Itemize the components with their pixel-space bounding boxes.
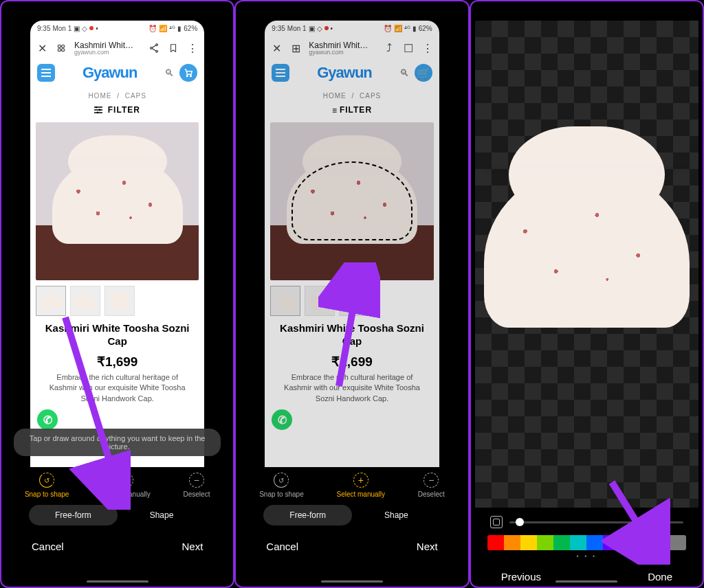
thumbnail[interactable]: [70, 286, 100, 316]
thumbnail[interactable]: [339, 286, 369, 316]
cart-icon[interactable]: [179, 64, 197, 82]
cutout-result[interactable]: [484, 167, 690, 328]
shape-mode-row: Free-form Shape: [1, 499, 233, 531]
wifi-icon: ⁴ᴳ: [169, 25, 175, 32]
thumbnail[interactable]: [104, 286, 135, 316]
crumb-home[interactable]: HOME: [88, 92, 111, 100]
tool-snap-to-shape[interactable]: Snap to shape: [25, 473, 69, 498]
previous-button[interactable]: Previous: [501, 571, 541, 583]
brand-logo[interactable]: Gyawun: [82, 64, 138, 82]
svg-point-4: [156, 44, 158, 46]
product-price: ₹1,699: [30, 348, 204, 372]
done-button[interactable]: Done: [648, 571, 672, 583]
thumbnail[interactable]: [36, 286, 66, 316]
more-icon[interactable]: ⋮: [421, 42, 434, 54]
color-swatch[interactable]: [603, 535, 619, 550]
phone-screen-2: 9:35 Mon 1 ▣◇ • ⏰📶⁴ᴳ▮ 62% ✕ ⊞ Kashmiri W…: [234, 0, 469, 588]
color-swatch[interactable]: [520, 535, 537, 550]
product-image[interactable]: [270, 122, 433, 280]
thumbnail-row: [30, 280, 204, 321]
more-icon[interactable]: ⋮: [186, 42, 199, 54]
menu-icon[interactable]: [272, 64, 289, 82]
close-icon[interactable]: ✕: [36, 42, 48, 54]
svg-point-6: [156, 50, 158, 52]
svg-point-2: [58, 49, 60, 52]
border-width-icon[interactable]: [490, 516, 503, 528]
eyedropper-button[interactable]: [644, 535, 667, 550]
share-icon[interactable]: ⤴: [383, 42, 395, 54]
filter-icon: [94, 106, 102, 115]
phone-screen-3: • • • Previous Done: [470, 0, 704, 588]
notif-icon: ◇: [82, 25, 87, 32]
tool-deselect[interactable]: Deselect: [184, 473, 210, 498]
crumb-category[interactable]: CAPS: [125, 92, 146, 100]
product-title: Kashmiri White Toosha Sozni Cap: [30, 321, 204, 348]
filter-button[interactable]: ≡FILTER: [265, 102, 439, 122]
color-swatch[interactable]: [586, 535, 603, 550]
browser-toolbar: ✕ ⊞ Kashmiri Whit… gyawun.com ⤴ ☐ ⋮: [265, 36, 439, 60]
border-width-slider[interactable]: [509, 521, 683, 523]
whatsapp-icon[interactable]: ✆: [37, 409, 58, 430]
close-icon[interactable]: ✕: [270, 42, 283, 54]
chip-shape[interactable]: Shape: [118, 505, 206, 525]
tabs-icon[interactable]: ⊞: [289, 42, 302, 54]
product-image[interactable]: [36, 122, 199, 280]
browser-toolbar: ✕ Kashmiri Whit… gyawun.com ⋮: [30, 36, 204, 60]
tool-select-manually[interactable]: Select manually: [336, 473, 385, 498]
filter-button[interactable]: FILTER: [30, 102, 204, 122]
color-swatch[interactable]: [537, 535, 553, 550]
home-indicator[interactable]: [87, 580, 148, 583]
site-header: Gyawun 🔍︎: [30, 60, 204, 85]
color-swatch[interactable]: [553, 535, 570, 550]
status-bar: 9:35 Mon 1 ▣ ◇ • ⏰ 📶 ⁴ᴳ ▮ 62%: [30, 21, 204, 36]
cancel-button[interactable]: Cancel: [32, 541, 64, 552]
thumbnail[interactable]: [305, 286, 335, 316]
notif-icon: ▣: [74, 25, 80, 32]
tool-deselect[interactable]: Deselect: [418, 473, 445, 498]
tool-select-manually[interactable]: Select manually: [102, 473, 151, 498]
whatsapp-icon[interactable]: ✆: [272, 409, 292, 430]
svg-point-1: [62, 45, 65, 47]
status-day: Mon 1: [52, 25, 72, 32]
svg-point-0: [58, 45, 60, 47]
sticker-canvas[interactable]: [475, 21, 698, 508]
nav-row: Cancel Next: [1, 531, 233, 556]
battery-icon: ▮: [177, 25, 182, 32]
next-button[interactable]: Next: [417, 541, 438, 552]
color-swatch[interactable]: [570, 535, 586, 550]
plus-icon: [118, 473, 133, 488]
chip-shape[interactable]: Shape: [352, 505, 441, 525]
breadcrumb: HOME / CAPS: [30, 85, 204, 102]
status-time: 9:35: [37, 25, 50, 32]
home-indicator[interactable]: [556, 580, 617, 583]
search-icon[interactable]: 🔍︎: [399, 67, 409, 78]
record-indicator: [89, 26, 94, 30]
status-bar: 9:35 Mon 1 ▣◇ • ⏰📶⁴ᴳ▮ 62%: [265, 21, 439, 36]
hint-toast: Tap or draw around anything you want to …: [14, 429, 221, 456]
color-swatch[interactable]: [504, 535, 520, 550]
thumbnail[interactable]: [270, 286, 300, 316]
cancel-button[interactable]: Cancel: [266, 541, 298, 552]
chip-free-form[interactable]: Free-form: [263, 505, 352, 525]
bookmark-icon[interactable]: ☐: [402, 42, 415, 54]
cart-icon[interactable]: 🛒: [415, 64, 432, 82]
next-button[interactable]: Next: [182, 541, 203, 552]
tool-snap-to-shape[interactable]: Snap to shape: [259, 473, 304, 498]
tabs-icon[interactable]: [55, 42, 67, 54]
cap-graphic: [52, 157, 183, 244]
home-indicator[interactable]: [321, 580, 383, 583]
chip-free-form[interactable]: Free-form: [29, 505, 118, 525]
product-description: Embrace the rich cultural heritage of Ka…: [30, 372, 204, 404]
page-title: Kashmiri Whit…: [74, 41, 141, 49]
color-swatch[interactable]: [487, 535, 504, 550]
share-icon[interactable]: [148, 42, 160, 54]
svg-point-3: [62, 49, 65, 52]
color-swatch[interactable]: [670, 535, 686, 550]
bookmark-icon[interactable]: [167, 42, 179, 54]
menu-icon[interactable]: [37, 64, 55, 82]
url-block[interactable]: Kashmiri Whit… gyawun.com: [74, 41, 141, 56]
search-icon[interactable]: 🔍︎: [164, 67, 174, 78]
notif-more: •: [96, 25, 98, 32]
brand-logo[interactable]: Gyawun: [317, 64, 372, 82]
color-swatch[interactable]: [620, 535, 637, 550]
